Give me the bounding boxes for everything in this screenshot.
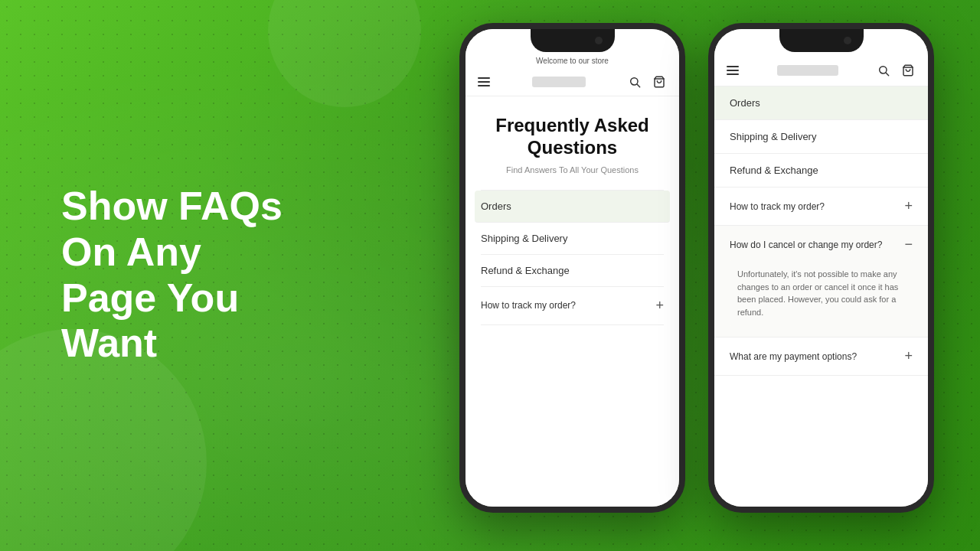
phone1-category-orders[interactable]: Orders — [475, 191, 670, 223]
phone2-faq-item-2[interactable]: How do I cancel or change my order? − Un… — [714, 226, 928, 337]
phone2-faq-header-3: What are my payment options? + — [730, 348, 913, 364]
phone1-faq-content: Frequently Asked Questions Find Answers … — [466, 96, 679, 337]
phone2-expand-icon-1: + — [904, 198, 913, 214]
phone1-faq-question-1: How to track my order? — [481, 300, 576, 311]
phone1-navbar — [466, 68, 679, 96]
phone2-faq-question-2: How do I cancel or change my order? — [730, 240, 882, 250]
phone2-faq-item-1[interactable]: How to track my order? + — [714, 187, 928, 226]
phone2-logo — [777, 65, 838, 76]
faq-title: Frequently Asked Questions — [481, 115, 664, 159]
search-icon[interactable] — [627, 74, 642, 90]
expand-icon: + — [655, 298, 664, 314]
hero-line1: Show FAQs — [61, 184, 283, 228]
hamburger-icon[interactable] — [478, 77, 490, 86]
cart-icon[interactable] — [652, 74, 667, 90]
phone1-category-list: Orders Shipping & Delivery Refund & Exch… — [481, 190, 664, 287]
phone2-faq-list: How to track my order? + How do I cancel… — [714, 187, 928, 376]
phone2-category-orders[interactable]: Orders — [714, 86, 928, 120]
phone2-faq-question-1: How to track my order? — [730, 201, 825, 212]
phone1-faq-row-1[interactable]: How to track my order? + — [481, 287, 664, 325]
phone1-category-refund[interactable]: Refund & Exchange — [481, 255, 664, 287]
phone1-nav-icons — [627, 74, 667, 90]
phone2-faq-answer-2: Unfortunately, it's not possible to make… — [730, 260, 913, 326]
phone2-content: Orders Shipping & Delivery Refund & Exch… — [714, 29, 928, 376]
phone2-faq-item-3[interactable]: What are my payment options? + — [714, 337, 928, 376]
hero-line4: Want — [61, 321, 157, 366]
phone2-expand-icon-3: + — [904, 348, 913, 364]
phone-1: Welcome to our store — [459, 23, 685, 513]
svg-line-4 — [886, 73, 889, 76]
phone-2-screen: Orders Shipping & Delivery Refund & Exch… — [714, 29, 928, 507]
phone-1-screen: Welcome to our store — [466, 29, 679, 507]
phones-container: Welcome to our store — [459, 23, 934, 513]
faq-subtitle: Find Answers To All Your Questions — [481, 165, 664, 174]
hero-line3: Page You — [61, 276, 239, 320]
phone1-category-shipping[interactable]: Shipping & Delivery — [481, 223, 664, 255]
svg-line-1 — [637, 84, 640, 87]
phone2-category-refund[interactable]: Refund & Exchange — [714, 154, 928, 187]
hero-line2: On Any — [61, 230, 201, 274]
phone2-search-icon[interactable] — [876, 63, 891, 78]
phone-1-notch — [531, 29, 615, 52]
hero-text: Show FAQs On Any Page You Want — [61, 184, 352, 367]
phone1-logo — [532, 77, 586, 87]
phone2-hamburger-icon[interactable] — [727, 66, 739, 75]
phone2-faq-question-3: What are my payment options? — [730, 351, 857, 362]
phone2-cart-icon[interactable] — [900, 63, 916, 78]
phone-2: Orders Shipping & Delivery Refund & Exch… — [708, 23, 934, 513]
phone2-faq-header-2: How do I cancel or change my order? − — [730, 236, 913, 253]
store-welcome-text: Welcome to our store — [536, 57, 609, 65]
phone2-category-section: Orders Shipping & Delivery Refund & Exch… — [714, 86, 928, 187]
phone2-faq-header-1: How to track my order? + — [730, 198, 913, 214]
phone2-navbar — [714, 57, 928, 86]
phone2-collapse-icon-2: − — [904, 236, 913, 253]
phone2-nav-icons — [876, 63, 916, 78]
phone-2-notch — [779, 29, 864, 52]
phone2-category-shipping[interactable]: Shipping & Delivery — [714, 120, 928, 154]
